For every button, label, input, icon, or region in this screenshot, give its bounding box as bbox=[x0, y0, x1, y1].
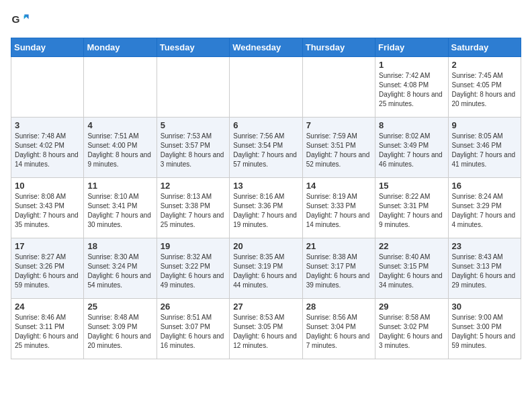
day-number: 17 bbox=[15, 241, 80, 251]
calendar-body: 1Sunrise: 7:42 AM Sunset: 4:08 PM Daylig… bbox=[11, 57, 521, 359]
header-day-tuesday: Tuesday bbox=[157, 38, 229, 57]
header-day-friday: Friday bbox=[375, 38, 448, 57]
day-number: 14 bbox=[306, 181, 371, 191]
day-number: 11 bbox=[87, 181, 152, 191]
header-day-saturday: Saturday bbox=[448, 38, 521, 57]
calendar-cell: 13Sunrise: 8:16 AM Sunset: 3:36 PM Dayli… bbox=[230, 178, 302, 238]
day-detail: Sunrise: 8:02 AM Sunset: 3:49 PM Dayligh… bbox=[379, 132, 444, 169]
calendar-cell: 16Sunrise: 8:24 AM Sunset: 3:29 PM Dayli… bbox=[448, 178, 521, 238]
week-row-2: 3Sunrise: 7:48 AM Sunset: 4:02 PM Daylig… bbox=[11, 118, 521, 178]
calendar-cell: 28Sunrise: 8:56 AM Sunset: 3:04 PM Dayli… bbox=[302, 299, 375, 359]
day-detail: Sunrise: 8:48 AM Sunset: 3:09 PM Dayligh… bbox=[87, 313, 152, 351]
day-detail: Sunrise: 8:40 AM Sunset: 3:15 PM Dayligh… bbox=[379, 253, 444, 290]
day-detail: Sunrise: 8:08 AM Sunset: 3:43 PM Dayligh… bbox=[15, 192, 80, 230]
day-detail: Sunrise: 8:43 AM Sunset: 3:13 PM Dayligh… bbox=[452, 253, 517, 290]
calendar-cell: 30Sunrise: 9:00 AM Sunset: 3:00 PM Dayli… bbox=[448, 299, 521, 359]
day-detail: Sunrise: 8:27 AM Sunset: 3:26 PM Dayligh… bbox=[15, 253, 80, 290]
calendar-cell: 29Sunrise: 8:58 AM Sunset: 3:02 PM Dayli… bbox=[375, 299, 448, 359]
header: G bbox=[11, 11, 521, 30]
calendar-cell: 8Sunrise: 8:02 AM Sunset: 3:49 PM Daylig… bbox=[375, 118, 448, 178]
day-number: 24 bbox=[15, 302, 80, 312]
calendar-cell: 17Sunrise: 8:27 AM Sunset: 3:26 PM Dayli… bbox=[11, 238, 84, 299]
day-detail: Sunrise: 8:19 AM Sunset: 3:33 PM Dayligh… bbox=[306, 192, 371, 230]
svg-text:G: G bbox=[11, 13, 19, 25]
logo-icon: G bbox=[11, 11, 30, 30]
calendar-cell: 10Sunrise: 8:08 AM Sunset: 3:43 PM Dayli… bbox=[11, 178, 84, 238]
calendar-cell bbox=[302, 57, 375, 118]
week-row-1: 1Sunrise: 7:42 AM Sunset: 4:08 PM Daylig… bbox=[11, 57, 521, 118]
day-number: 9 bbox=[452, 120, 517, 130]
day-number: 25 bbox=[87, 302, 152, 312]
day-detail: Sunrise: 8:10 AM Sunset: 3:41 PM Dayligh… bbox=[87, 192, 152, 230]
day-detail: Sunrise: 7:56 AM Sunset: 3:54 PM Dayligh… bbox=[233, 132, 298, 169]
calendar-cell: 24Sunrise: 8:46 AM Sunset: 3:11 PM Dayli… bbox=[11, 299, 84, 359]
day-number: 6 bbox=[233, 120, 298, 130]
day-detail: Sunrise: 8:24 AM Sunset: 3:29 PM Dayligh… bbox=[452, 192, 517, 230]
day-number: 3 bbox=[15, 120, 80, 130]
day-detail: Sunrise: 8:56 AM Sunset: 3:04 PM Dayligh… bbox=[306, 313, 371, 351]
day-number: 1 bbox=[379, 60, 444, 70]
day-number: 5 bbox=[161, 120, 226, 130]
day-detail: Sunrise: 7:59 AM Sunset: 3:51 PM Dayligh… bbox=[306, 132, 371, 169]
calendar-cell: 9Sunrise: 8:05 AM Sunset: 3:46 PM Daylig… bbox=[448, 118, 521, 178]
calendar-cell: 15Sunrise: 8:22 AM Sunset: 3:31 PM Dayli… bbox=[375, 178, 448, 238]
day-number: 18 bbox=[87, 241, 152, 251]
day-detail: Sunrise: 8:46 AM Sunset: 3:11 PM Dayligh… bbox=[15, 313, 80, 351]
day-number: 26 bbox=[161, 302, 226, 312]
calendar-cell: 5Sunrise: 7:53 AM Sunset: 3:57 PM Daylig… bbox=[157, 118, 229, 178]
day-detail: Sunrise: 7:48 AM Sunset: 4:02 PM Dayligh… bbox=[15, 132, 80, 169]
calendar-cell: 21Sunrise: 8:38 AM Sunset: 3:17 PM Dayli… bbox=[302, 238, 375, 299]
day-number: 16 bbox=[452, 181, 517, 191]
logo: G bbox=[11, 11, 32, 30]
day-detail: Sunrise: 8:58 AM Sunset: 3:02 PM Dayligh… bbox=[379, 313, 444, 351]
calendar-cell: 3Sunrise: 7:48 AM Sunset: 4:02 PM Daylig… bbox=[11, 118, 84, 178]
day-detail: Sunrise: 8:32 AM Sunset: 3:22 PM Dayligh… bbox=[161, 253, 226, 290]
day-detail: Sunrise: 8:05 AM Sunset: 3:46 PM Dayligh… bbox=[452, 132, 517, 169]
calendar-cell: 1Sunrise: 7:42 AM Sunset: 4:08 PM Daylig… bbox=[375, 57, 448, 118]
day-number: 4 bbox=[87, 120, 152, 130]
day-number: 28 bbox=[306, 302, 371, 312]
calendar-cell bbox=[157, 57, 229, 118]
day-number: 13 bbox=[233, 181, 298, 191]
calendar-cell: 6Sunrise: 7:56 AM Sunset: 3:54 PM Daylig… bbox=[230, 118, 302, 178]
day-number: 27 bbox=[233, 302, 298, 312]
calendar-header: SundayMondayTuesdayWednesdayThursdayFrid… bbox=[11, 38, 521, 57]
calendar-cell: 14Sunrise: 8:19 AM Sunset: 3:33 PM Dayli… bbox=[302, 178, 375, 238]
day-number: 21 bbox=[306, 241, 371, 251]
calendar-cell: 12Sunrise: 8:13 AM Sunset: 3:38 PM Dayli… bbox=[157, 178, 229, 238]
header-row: SundayMondayTuesdayWednesdayThursdayFrid… bbox=[11, 38, 521, 57]
calendar-cell: 27Sunrise: 8:53 AM Sunset: 3:05 PM Dayli… bbox=[230, 299, 302, 359]
calendar-cell: 11Sunrise: 8:10 AM Sunset: 3:41 PM Dayli… bbox=[84, 178, 157, 238]
calendar-cell: 18Sunrise: 8:30 AM Sunset: 3:24 PM Dayli… bbox=[84, 238, 157, 299]
day-number: 10 bbox=[15, 181, 80, 191]
day-detail: Sunrise: 8:38 AM Sunset: 3:17 PM Dayligh… bbox=[306, 253, 371, 290]
calendar-cell bbox=[11, 57, 84, 118]
day-detail: Sunrise: 8:30 AM Sunset: 3:24 PM Dayligh… bbox=[87, 253, 152, 290]
calendar-cell bbox=[84, 57, 157, 118]
calendar-cell: 22Sunrise: 8:40 AM Sunset: 3:15 PM Dayli… bbox=[375, 238, 448, 299]
day-detail: Sunrise: 7:51 AM Sunset: 4:00 PM Dayligh… bbox=[87, 132, 152, 169]
calendar-cell: 23Sunrise: 8:43 AM Sunset: 3:13 PM Dayli… bbox=[448, 238, 521, 299]
calendar-cell: 19Sunrise: 8:32 AM Sunset: 3:22 PM Dayli… bbox=[157, 238, 229, 299]
day-number: 7 bbox=[306, 120, 371, 130]
day-detail: Sunrise: 7:42 AM Sunset: 4:08 PM Dayligh… bbox=[379, 71, 444, 109]
calendar-cell: 4Sunrise: 7:51 AM Sunset: 4:00 PM Daylig… bbox=[84, 118, 157, 178]
day-number: 30 bbox=[452, 302, 517, 312]
day-number: 23 bbox=[452, 241, 517, 251]
day-detail: Sunrise: 8:35 AM Sunset: 3:19 PM Dayligh… bbox=[233, 253, 298, 290]
calendar-cell bbox=[230, 57, 302, 118]
calendar-cell: 2Sunrise: 7:45 AM Sunset: 4:05 PM Daylig… bbox=[448, 57, 521, 118]
day-detail: Sunrise: 7:45 AM Sunset: 4:05 PM Dayligh… bbox=[452, 71, 517, 109]
header-day-monday: Monday bbox=[84, 38, 157, 57]
day-number: 2 bbox=[452, 60, 517, 70]
header-day-sunday: Sunday bbox=[11, 38, 84, 57]
day-number: 12 bbox=[161, 181, 226, 191]
calendar-table: SundayMondayTuesdayWednesdayThursdayFrid… bbox=[11, 38, 521, 359]
day-detail: Sunrise: 8:22 AM Sunset: 3:31 PM Dayligh… bbox=[379, 192, 444, 230]
day-detail: Sunrise: 7:53 AM Sunset: 3:57 PM Dayligh… bbox=[161, 132, 226, 169]
day-number: 15 bbox=[379, 181, 444, 191]
header-day-wednesday: Wednesday bbox=[230, 38, 302, 57]
calendar-cell: 7Sunrise: 7:59 AM Sunset: 3:51 PM Daylig… bbox=[302, 118, 375, 178]
week-row-3: 10Sunrise: 8:08 AM Sunset: 3:43 PM Dayli… bbox=[11, 178, 521, 238]
calendar-cell: 25Sunrise: 8:48 AM Sunset: 3:09 PM Dayli… bbox=[84, 299, 157, 359]
